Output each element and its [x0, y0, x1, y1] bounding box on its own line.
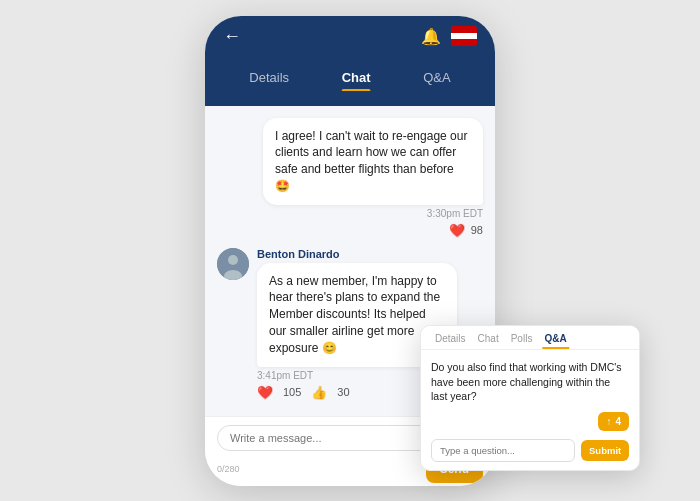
scene: ← 🔔 Details Chat Q&A I agree! I can't wa… — [0, 0, 700, 501]
qa-tab-details[interactable]: Details — [429, 326, 472, 349]
qa-body: Do you also find that working with DMC's… — [421, 350, 639, 470]
top-row: ← 🔔 — [223, 26, 477, 55]
back-button[interactable]: ← — [223, 26, 241, 47]
msg-text-2: As a new member, I'm happy to hear there… — [269, 274, 440, 355]
phone-header: ← 🔔 Details Chat Q&A — [205, 16, 495, 106]
header-icons: 🔔 — [421, 26, 477, 46]
vote-count: 4 — [615, 416, 621, 427]
sender-name: Benton Dinardo — [257, 248, 457, 260]
tab-chat[interactable]: Chat — [342, 70, 371, 91]
qa-tabs: Details Chat Polls Q&A — [421, 326, 639, 350]
qa-submit-button[interactable]: Submit — [581, 440, 629, 461]
flag-avatar — [451, 26, 477, 46]
thumbs-count: 30 — [337, 386, 349, 398]
thumbs-icon: 👍 — [311, 385, 327, 400]
msg-reactions-1: ❤️ 98 — [449, 223, 483, 238]
heart-count-1: 98 — [471, 224, 483, 236]
qa-tab-polls[interactable]: Polls — [505, 326, 539, 349]
msg-text: I agree! I can't wait to re-engage our c… — [275, 129, 467, 193]
phone-tabs: Details Chat Q&A — [223, 55, 477, 91]
vote-icon: ↑ — [606, 416, 611, 427]
qa-tab-qa[interactable]: Q&A — [538, 326, 572, 349]
user-avatar — [217, 248, 249, 280]
tab-details[interactable]: Details — [249, 70, 289, 91]
tab-qa[interactable]: Q&A — [423, 70, 450, 91]
heart-count-2: 105 — [283, 386, 301, 398]
bell-icon[interactable]: 🔔 — [421, 27, 441, 46]
qa-vote-row: ↑ 4 — [431, 412, 629, 431]
char-count: 0/280 — [217, 464, 240, 474]
message-right: I agree! I can't wait to re-engage our c… — [217, 118, 483, 238]
qa-input[interactable] — [431, 439, 575, 462]
qa-tab-chat[interactable]: Chat — [472, 326, 505, 349]
vote-button[interactable]: ↑ 4 — [598, 412, 629, 431]
qa-question: Do you also find that working with DMC's… — [431, 360, 629, 404]
svg-point-1 — [228, 255, 238, 265]
heart-icon-2: ❤️ — [257, 385, 273, 400]
qa-card: Details Chat Polls Q&A Do you also find … — [420, 325, 640, 471]
heart-icon-1: ❤️ — [449, 223, 465, 238]
bubble-right: I agree! I can't wait to re-engage our c… — [263, 118, 483, 205]
qa-input-row: Submit — [431, 439, 629, 462]
msg-time-1: 3:30pm EDT — [427, 208, 483, 219]
